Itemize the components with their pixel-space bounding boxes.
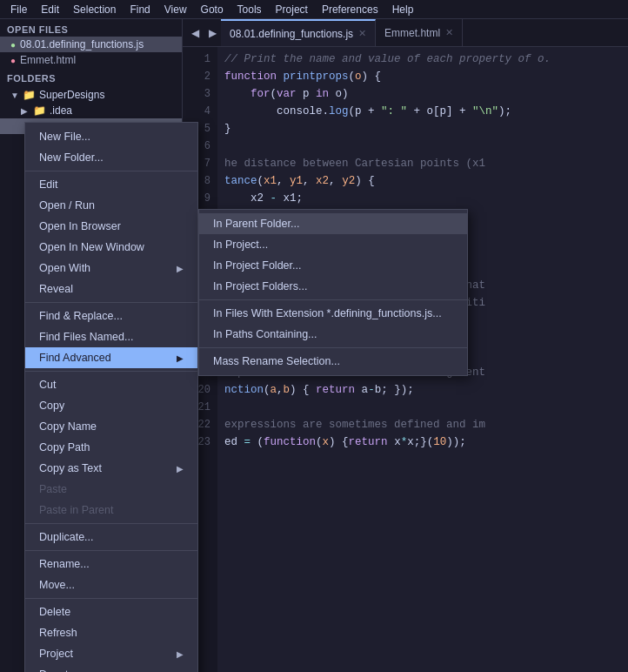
submenu-in-files-with-extension[interactable]: In Files With Extension *.defining_funct… bbox=[199, 303, 467, 324]
ctx-open-run[interactable]: Open / Run bbox=[25, 195, 197, 216]
ctx-reveal[interactable]: Reveal bbox=[25, 279, 197, 299]
submenu-separator bbox=[199, 299, 467, 300]
submenu-in-project[interactable]: In Project... bbox=[199, 234, 467, 255]
code-line: function printprops(o) { bbox=[224, 68, 621, 85]
menu-view[interactable]: View bbox=[157, 2, 194, 17]
folder-icon: 📁 bbox=[33, 104, 46, 117]
menu-separator bbox=[25, 302, 197, 303]
tab-label: Emmet.html bbox=[384, 27, 440, 39]
code-line: for(var p in o) bbox=[224, 85, 621, 103]
line-num: 1 bbox=[183, 50, 210, 68]
menu-goto[interactable]: Goto bbox=[194, 2, 230, 17]
code-line: expressions are sometimes defined and im bbox=[224, 416, 621, 433]
menu-tools[interactable]: Tools bbox=[230, 2, 269, 17]
open-files-label: OPEN FILES bbox=[0, 19, 182, 37]
ctx-find-replace[interactable]: Find & Replace... bbox=[25, 306, 197, 326]
code-line bbox=[224, 399, 621, 416]
submenu-mass-rename[interactable]: Mass Rename Selection... bbox=[199, 351, 467, 372]
menubar: File Edit Selection Find View Goto Tools… bbox=[0, 0, 628, 19]
submenu-arrow-icon: ▶ bbox=[177, 464, 184, 474]
tab-next-btn[interactable]: ▶ bbox=[204, 19, 221, 46]
ctx-copy-as-text[interactable]: Copy as Text ▶ bbox=[25, 458, 197, 479]
menu-help[interactable]: Help bbox=[385, 2, 421, 17]
ctx-duplicate[interactable]: Duplicate... bbox=[25, 527, 197, 548]
tree-superdesigns[interactable]: ▼ 📁 SuperDesigns bbox=[0, 87, 182, 103]
ctx-paste: Paste bbox=[25, 479, 197, 500]
ctx-project[interactable]: Project ▶ bbox=[25, 643, 197, 664]
context-menu: New File... New Folder... Edit Open / Ru… bbox=[24, 122, 198, 672]
menu-separator bbox=[25, 523, 197, 524]
tab-emmet-html[interactable]: Emmet.html ✕ bbox=[376, 19, 463, 46]
ctx-delete[interactable]: Delete bbox=[25, 601, 197, 622]
tab-prev-btn[interactable]: ◀ bbox=[186, 19, 204, 46]
code-line: nction(a,b) { return a-b; }); bbox=[224, 381, 621, 399]
code-line: console.log(p + ": " + o[p] + "\n"); bbox=[224, 103, 621, 120]
code-line: he distance between Cartesian points (x1 bbox=[224, 155, 621, 172]
tab-label: 08.01.defining_functions.js bbox=[230, 28, 353, 40]
folders-label: FOLDERS bbox=[0, 68, 182, 87]
submenu-in-parent-folder[interactable]: In Parent Folder... bbox=[199, 213, 467, 234]
sidebar-file-item[interactable]: ● Emmet.html bbox=[0, 52, 182, 68]
expand-arrow-icon: ▼ bbox=[10, 91, 21, 100]
ctx-find-files[interactable]: Find Files Named... bbox=[25, 326, 197, 347]
ctx-open-with[interactable]: Open With ▶ bbox=[25, 258, 197, 279]
sidebar-filename: 08.01.defining_functions.js bbox=[20, 38, 144, 50]
code-line: } bbox=[224, 120, 621, 138]
menu-separator bbox=[25, 171, 197, 171]
sidebar-filename: Emmet.html bbox=[20, 54, 76, 66]
code-line: x2 - x1; bbox=[224, 190, 621, 207]
code-line: ed = (function(x) {return x*x;}(10)); bbox=[224, 433, 621, 451]
ctx-open-with-label: Open With bbox=[39, 262, 90, 274]
menu-project[interactable]: Project bbox=[269, 2, 315, 17]
tab-defining-functions[interactable]: 08.01.defining_functions.js ✕ bbox=[221, 19, 376, 46]
menu-find[interactable]: Find bbox=[123, 2, 157, 17]
ctx-edit[interactable]: Edit bbox=[25, 174, 197, 195]
find-advanced-submenu: In Parent Folder... In Project... In Pro… bbox=[198, 209, 468, 376]
code-line bbox=[224, 138, 621, 155]
ctx-project-label: Project bbox=[39, 648, 73, 660]
ctx-open-new-window[interactable]: Open In New Window bbox=[25, 237, 197, 258]
submenu-arrow-icon: ▶ bbox=[177, 649, 184, 659]
sidebar-file-item[interactable]: ● 08.01.defining_functions.js bbox=[0, 37, 182, 52]
ctx-rename[interactable]: Rename... bbox=[25, 554, 197, 575]
ctx-new-file[interactable]: New File... bbox=[25, 126, 197, 147]
expand-arrow-icon: ▶ bbox=[21, 106, 31, 116]
tree-label: .idea bbox=[50, 104, 72, 117]
tree-label: SuperDesigns bbox=[39, 89, 104, 101]
submenu-in-project-folder[interactable]: In Project Folder... bbox=[199, 255, 467, 276]
ctx-copy-path[interactable]: Copy Path bbox=[25, 437, 197, 458]
tab-close-btn[interactable]: ✕ bbox=[445, 27, 453, 38]
submenu-in-project-folders[interactable]: In Project Folders... bbox=[199, 276, 467, 297]
menu-separator bbox=[25, 550, 197, 551]
ctx-new-folder[interactable]: New Folder... bbox=[25, 147, 197, 168]
line-num: 2 bbox=[183, 68, 210, 85]
tab-close-btn[interactable]: ✕ bbox=[358, 28, 366, 39]
ctx-paste-in-parent: Paste in Parent bbox=[25, 500, 197, 521]
code-line: // Print the name and value of each prop… bbox=[224, 50, 621, 68]
submenu-arrow-icon: ▶ bbox=[177, 264, 184, 273]
ctx-open-browser[interactable]: Open In Browser bbox=[25, 216, 197, 237]
menu-selection[interactable]: Selection bbox=[66, 2, 123, 17]
tab-bar: ◀ ▶ 08.01.defining_functions.js ✕ Emmet.… bbox=[183, 19, 628, 47]
ctx-find-advanced[interactable]: Find Advanced ▶ bbox=[25, 347, 197, 368]
js-file-icon: ● bbox=[10, 40, 16, 50]
ctx-move[interactable]: Move... bbox=[25, 575, 197, 595]
ctx-copy-name[interactable]: Copy Name bbox=[25, 416, 197, 437]
menu-preferences[interactable]: Preferences bbox=[315, 2, 385, 17]
ctx-cut[interactable]: Cut bbox=[25, 374, 197, 395]
menu-file[interactable]: File bbox=[3, 2, 34, 17]
ctx-find-advanced-label: Find Advanced bbox=[39, 352, 111, 364]
submenu-arrow-icon: ▶ bbox=[177, 353, 184, 363]
submenu-in-paths-containing[interactable]: In Paths Containing... bbox=[199, 324, 467, 345]
menu-edit[interactable]: Edit bbox=[34, 2, 66, 17]
menu-separator bbox=[25, 371, 197, 372]
ctx-copy[interactable]: Copy bbox=[25, 395, 197, 416]
folder-icon: 📁 bbox=[23, 89, 36, 101]
ctx-donate[interactable]: Donate bbox=[25, 664, 197, 672]
line-num: 3 bbox=[183, 85, 210, 103]
line-num: 4 bbox=[183, 103, 210, 120]
ctx-refresh[interactable]: Refresh bbox=[25, 622, 197, 643]
ctx-copy-as-text-label: Copy as Text bbox=[39, 462, 102, 474]
submenu-separator bbox=[199, 347, 467, 348]
tree-idea[interactable]: ▶ 📁 .idea bbox=[0, 103, 182, 118]
